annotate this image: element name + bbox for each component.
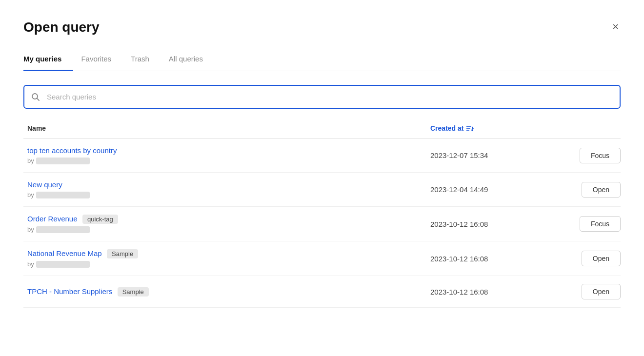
table-row: National Revenue Map Sample by 2023-10-1…: [23, 241, 621, 276]
svg-line-1: [37, 98, 39, 100]
query-link[interactable]: Order Revenue: [27, 215, 78, 223]
row-by: by: [27, 157, 430, 164]
table-header: Name Created at: [23, 120, 621, 138]
row-action-col: Open: [557, 182, 621, 198]
row-action-col: Focus: [557, 148, 621, 163]
row-name-col: TPCH - Number Suppliers Sample: [23, 287, 430, 297]
tab-my-queries[interactable]: My queries: [23, 49, 73, 71]
query-link[interactable]: TPCH - Number Suppliers: [27, 287, 112, 296]
row-by: by: [27, 191, 430, 198]
row-by: by: [27, 226, 430, 233]
row-by: by: [27, 260, 430, 268]
close-button[interactable]: ×: [610, 20, 621, 34]
query-tag: Sample: [107, 249, 138, 258]
tab-bar: My queries Favorites Trash All queries: [23, 49, 621, 71]
query-link[interactable]: National Revenue Map: [27, 249, 102, 257]
query-link[interactable]: New query: [27, 180, 62, 189]
query-link[interactable]: top ten accounts by country: [27, 146, 117, 155]
table-row: TPCH - Number Suppliers Sample 2023-10-1…: [23, 276, 621, 308]
row-action-col: Focus: [557, 216, 621, 232]
row-created-at: 2023-12-07 15:34: [430, 151, 557, 159]
row-created-at: 2023-10-12 16:08: [430, 220, 557, 228]
row-action-col: Open: [557, 284, 621, 299]
queries-table: Name Created at: [23, 120, 621, 308]
query-tag: quick-tag: [82, 215, 118, 224]
tab-all-queries[interactable]: All queries: [169, 49, 215, 71]
search-container: [23, 85, 621, 109]
user-placeholder: [36, 192, 90, 198]
row-name-col: National Revenue Map Sample by: [23, 249, 430, 268]
user-placeholder: [36, 226, 90, 233]
user-placeholder: [36, 158, 90, 164]
dialog-title: Open query: [23, 20, 100, 35]
user-placeholder: [36, 261, 90, 268]
table-row: Order Revenue quick-tag by 2023-10-12 16…: [23, 207, 621, 241]
dialog-header: Open query ×: [23, 20, 621, 35]
sort-icon[interactable]: [465, 124, 474, 132]
focus-button[interactable]: Focus: [580, 148, 621, 163]
row-created-at: 2023-10-12 16:08: [430, 255, 557, 263]
tab-favorites[interactable]: Favorites: [81, 49, 123, 71]
open-button[interactable]: Open: [582, 182, 621, 198]
open-query-dialog: Open query × My queries Favorites Trash …: [0, 0, 644, 356]
column-name: Name: [23, 124, 430, 132]
tab-trash[interactable]: Trash: [131, 49, 161, 71]
column-created-at: Created at: [430, 124, 557, 132]
table-row: New query by 2023-12-04 14:49 Open: [23, 173, 621, 207]
row-name-col: Order Revenue quick-tag by: [23, 215, 430, 233]
focus-button[interactable]: Focus: [580, 216, 621, 232]
query-tag: Sample: [118, 287, 149, 297]
row-name-col: top ten accounts by country by: [23, 146, 430, 164]
search-icon: [31, 93, 40, 101]
open-button[interactable]: Open: [582, 284, 621, 299]
row-created-at: 2023-12-04 14:49: [430, 185, 557, 194]
row-action-col: Open: [557, 251, 621, 266]
search-input[interactable]: [23, 85, 621, 109]
row-created-at: 2023-10-12 16:08: [430, 288, 557, 296]
row-name-col: New query by: [23, 180, 430, 198]
table-row: top ten accounts by country by 2023-12-0…: [23, 138, 621, 173]
open-button[interactable]: Open: [582, 251, 621, 266]
